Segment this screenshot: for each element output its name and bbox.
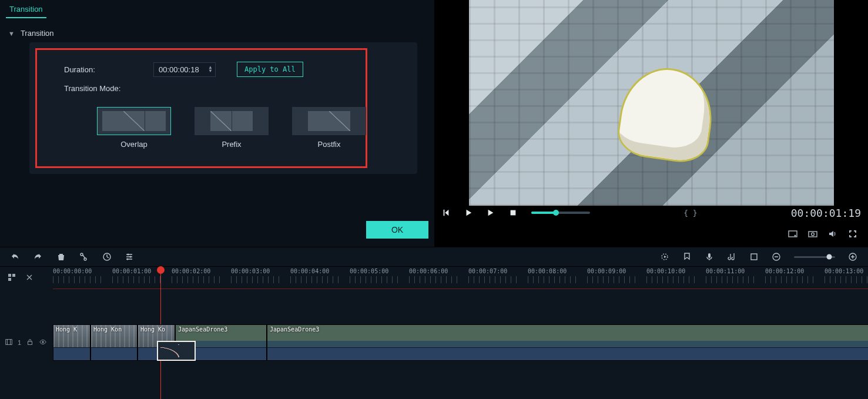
svg-rect-16 [6,339,12,344]
track-index: 1 [18,339,21,346]
play-button[interactable] [464,209,474,217]
snapshot-icon[interactable] [808,229,817,239]
preview-video[interactable] [469,0,834,206]
clip-label: JapanSeaDrone3 [178,326,227,333]
ruler-tick: 00:00:00:00 [53,268,105,283]
svg-rect-2 [809,232,817,237]
zoom-slider[interactable] [794,256,835,258]
mode-prefix-thumb [195,107,269,135]
render-icon[interactable] [660,252,669,261]
crop-icon[interactable] [749,252,759,261]
duration-input[interactable]: 00:00:00:18 ▲▼ [153,62,216,77]
adjust-icon[interactable] [125,252,134,261]
video-track-body[interactable]: Hong K Hong Kon Hong Ko JapanSeaDrone3 J [53,324,868,361]
chevron-down-icon: ▼ [8,30,15,37]
mode-overlap-caption: Overlap [120,140,148,149]
ruler-tick: 00:00:12:00 [765,268,817,283]
svg-point-18 [42,341,44,343]
video-track-row: 1 Hong K Hong Kon Hong Ko JapanS [0,323,868,361]
step-forward-button[interactable] [487,209,496,217]
ruler-tick: 00:00:04:00 [290,268,342,283]
voiceover-icon[interactable] [705,252,714,261]
preview-lower-icons [435,227,868,241]
svg-rect-13 [8,274,11,277]
transition-mode-label: Transition Mode: [64,84,153,93]
ruler-tick: 00:00:08:00 [528,268,579,283]
transition-settings-box: Duration: 00:00:00:18 ▲▼ Apply to All Tr… [29,42,417,174]
video-track-head: 1 [0,338,53,347]
clip-label: Hong Ko [140,326,165,333]
mark-in-out-icon[interactable]: { } [683,209,697,217]
timeline: 00:00:00:0000:00:01:0000:00:02:0000:00:0… [0,267,868,399]
preview-timecode: 00:00:01:19 [791,207,861,219]
time-ruler[interactable]: 00:00:00:0000:00:01:0000:00:02:0000:00:0… [53,267,868,289]
svg-point-5 [128,254,129,256]
clip-label: Hong K [56,326,77,333]
ruler-tick: 00:00:03:00 [231,268,283,283]
ruler-tick: 00:00:13:00 [825,268,868,283]
ruler-tick: 00:00:05:00 [350,268,401,283]
svg-point-3 [812,233,815,236]
svg-rect-15 [8,278,11,281]
svg-rect-17 [28,341,32,344]
redo-icon[interactable] [33,252,42,261]
sound-icon[interactable] [828,229,837,239]
svg-rect-10 [751,254,757,260]
clip-label: Hong Kon [93,326,122,333]
undo-icon[interactable] [11,252,20,261]
marker-icon[interactable] [682,252,692,261]
preview-panel: { } 00:00:01:19 [435,0,868,247]
mode-prefix[interactable]: Prefix [195,107,269,149]
audio-mixer-icon[interactable] [727,252,736,261]
transition-on-track[interactable] [157,341,196,361]
ruler-tick: 00:00:01:00 [112,268,164,283]
section-title: Transition [21,29,54,38]
apply-to-all-button[interactable]: Apply to All [237,62,303,77]
mode-prefix-caption: Prefix [222,140,241,149]
ruler-tick: 00:00:10:00 [646,268,698,283]
mode-postfix-thumb [292,107,366,135]
zoom-in-icon[interactable] [848,252,857,261]
track-visibility-icon[interactable] [39,338,47,347]
mode-postfix-caption: Postfix [317,140,340,149]
volume-slider[interactable] [531,212,590,214]
highlighted-settings: Duration: 00:00:00:18 ▲▼ Apply to All Tr… [35,48,367,168]
tab-transition[interactable]: Transition [6,2,46,18]
duration-spinner[interactable]: ▲▼ [208,66,213,73]
ruler-tick: 00:00:02:00 [172,268,223,283]
clip-japansea-2[interactable]: JapanSeaDrone3 [267,324,868,361]
track-lock-icon[interactable] [26,338,34,347]
split-icon[interactable] [79,252,88,261]
ruler-tick: 00:00:07:00 [468,268,520,283]
preview-subject-boat [616,64,716,163]
delete-icon[interactable] [56,252,66,261]
zoom-out-icon[interactable] [772,252,781,261]
mode-overlap-thumb [97,107,171,135]
timeline-toolbar [0,247,868,267]
stop-button[interactable] [509,209,518,217]
section-transition-header[interactable]: ▼ Transition [8,29,428,38]
clip-label: JapanSeaDrone3 [270,326,319,333]
svg-point-1 [795,235,796,237]
clip-hongkong-1[interactable]: Hong K [53,324,91,361]
duration-value: 00:00:00:18 [159,65,199,74]
track-film-icon[interactable] [5,338,13,347]
ok-button[interactable]: OK [366,221,428,239]
svg-rect-14 [12,274,15,277]
mode-overlap[interactable]: Overlap [97,107,171,149]
ruler-tick: 00:00:11:00 [706,268,758,283]
playback-controls: { } 00:00:01:19 [435,203,868,222]
panel-tab-bar: Transition [6,0,428,18]
step-back-button[interactable] [442,209,451,217]
timeline-manage-icon[interactable] [7,273,16,284]
svg-point-6 [130,256,132,258]
mode-postfix[interactable]: Postfix [292,107,366,149]
svg-rect-9 [708,253,711,258]
clip-hongkong-2[interactable]: Hong Kon [91,324,138,361]
timeline-link-icon[interactable] [25,273,34,284]
duration-label: Duration: [64,65,153,74]
quality-icon[interactable] [788,229,797,239]
speed-icon[interactable] [102,252,112,261]
fullscreen-icon[interactable] [848,229,857,239]
svg-point-7 [127,259,129,260]
